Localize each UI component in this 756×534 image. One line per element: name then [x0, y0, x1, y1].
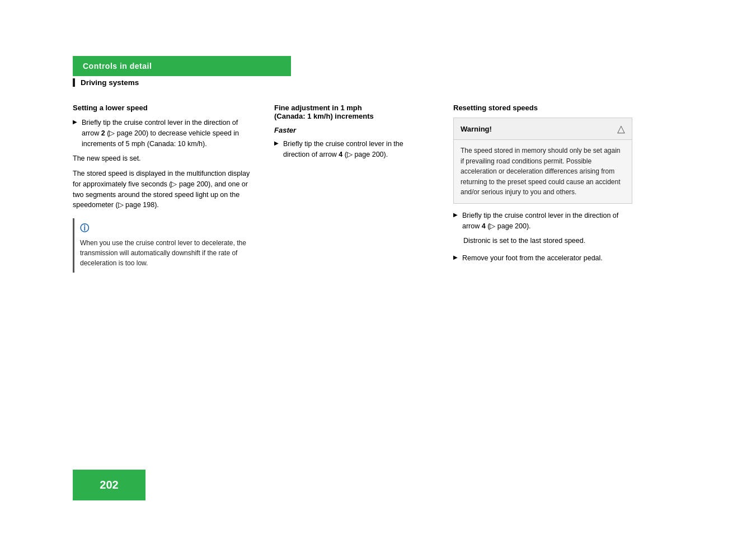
warning-triangle-icon: △	[617, 123, 625, 135]
middle-section-heading: Fine adjustment in 1 mph(Canada: 1 km/h)…	[274, 104, 431, 120]
col-middle: Fine adjustment in 1 mph(Canada: 1 km/h)…	[274, 104, 431, 277]
info-icon: ⓘ	[80, 223, 246, 235]
col-right: Resetting stored speeds Warning! △ The s…	[453, 104, 632, 277]
left-after-bullet-1: The new speed is set.	[73, 153, 252, 164]
info-box-text: When you use the cruise control lever to…	[80, 238, 246, 268]
right-bullet-1-text: Briefly tip the cruise control lever in …	[462, 210, 632, 232]
page-wrapper: Controls in detail Driving systems Setti…	[0, 0, 756, 534]
warning-label: Warning!	[461, 125, 492, 133]
left-bullet-text: Briefly tip the cruise control lever in …	[82, 118, 252, 149]
right-bullet-2-text: Remove your foot from the accelerator pe…	[462, 253, 603, 264]
middle-bullet-text: Briefly tip the cruise control lever in …	[283, 139, 431, 160]
col-left: Setting a lower speed ▶ Briefly tip the …	[73, 104, 252, 277]
right-section-heading: Resetting stored speeds	[453, 104, 632, 112]
info-box: ⓘ When you use the cruise control lever …	[73, 218, 252, 273]
left-section-heading: Setting a lower speed	[73, 104, 252, 112]
warning-header: Warning! △	[454, 118, 632, 140]
warning-box: Warning! △ The speed stored in memory sh…	[453, 118, 632, 204]
middle-bullet-item: ▶ Briefly tip the cruise control lever i…	[274, 139, 431, 160]
right-bullet-item-1: ▶ Briefly tip the cruise control lever i…	[453, 210, 632, 232]
subheader: Driving systems	[73, 78, 139, 87]
left-after-bullet-2: The stored speed is displayed in the mul…	[73, 168, 252, 210]
middle-bullet-arrow-icon: ▶	[274, 140, 279, 146]
right-bullet-arrow-1-icon: ▶	[453, 212, 458, 218]
middle-faster-label: Faster	[274, 126, 431, 134]
right-bullet-arrow-2-icon: ▶	[453, 254, 458, 260]
left-bullet-item: ▶ Briefly tip the cruise control lever i…	[73, 118, 252, 149]
page-number: 202	[100, 479, 118, 491]
right-after-bullet-1: Distronic is set to the last stored spee…	[453, 236, 632, 246]
header-title: Controls in detail	[83, 62, 281, 71]
header-box: Controls in detail	[73, 56, 291, 76]
warning-body: The speed stored in memory should only b…	[454, 140, 632, 203]
content-area: Setting a lower speed ▶ Briefly tip the …	[73, 104, 717, 277]
bullet-arrow-icon: ▶	[73, 119, 77, 125]
page-number-box: 202	[73, 470, 145, 500]
right-bullet-item-2: ▶ Remove your foot from the accelerator …	[453, 253, 632, 264]
